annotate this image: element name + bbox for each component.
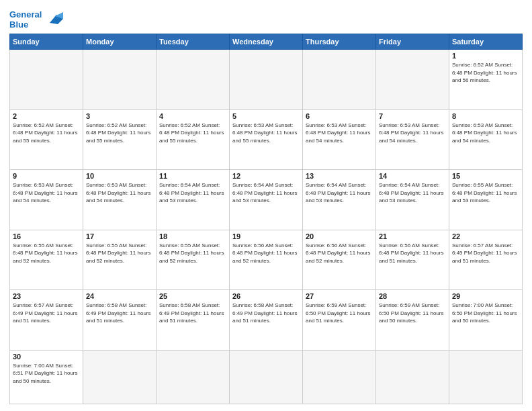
calendar-cell: 25Sunrise: 6:58 AM Sunset: 6:49 PM Dayli… [157,290,230,351]
logo-bird-icon [43,9,66,30]
day-info: Sunrise: 6:59 AM Sunset: 6:50 PM Dayligh… [306,302,373,325]
calendar-cell [10,50,83,110]
calendar-cell: 14Sunrise: 6:54 AM Sunset: 6:48 PM Dayli… [376,170,449,230]
calendar-cell: 2Sunrise: 6:52 AM Sunset: 6:48 PM Daylig… [10,109,83,170]
calendar-cell [230,350,303,404]
day-info: Sunrise: 6:52 AM Sunset: 6:48 PM Dayligh… [452,61,519,85]
calendar-cell: 23Sunrise: 6:57 AM Sunset: 6:49 PM Dayli… [10,290,83,351]
day-number: 16 [13,232,80,240]
day-number: 25 [159,292,226,300]
day-number: 29 [452,292,519,300]
calendar-cell: 19Sunrise: 6:56 AM Sunset: 6:48 PM Dayli… [230,230,303,290]
calendar-table: SundayMondayTuesdayWednesdayThursdayFrid… [9,34,523,404]
calendar-cell: 15Sunrise: 6:55 AM Sunset: 6:48 PM Dayli… [449,170,523,230]
calendar-cell: 7Sunrise: 6:53 AM Sunset: 6:48 PM Daylig… [376,109,449,170]
calendar-cell [83,50,157,110]
weekday-header: Saturday [449,34,523,50]
day-number: 7 [379,112,446,120]
calendar-cell: 11Sunrise: 6:54 AM Sunset: 6:48 PM Dayli… [157,170,230,230]
calendar-cell [83,350,157,404]
calendar-cell: 27Sunrise: 6:59 AM Sunset: 6:50 PM Dayli… [303,290,376,351]
day-number: 9 [13,172,80,180]
day-number: 14 [379,172,446,180]
logo-general: General [9,9,42,19]
calendar-cell: 28Sunrise: 6:59 AM Sunset: 6:50 PM Dayli… [376,290,449,351]
day-info: Sunrise: 6:52 AM Sunset: 6:48 PM Dayligh… [159,122,226,145]
weekday-header: Wednesday [230,34,303,50]
calendar-cell: 9Sunrise: 6:53 AM Sunset: 6:48 PM Daylig… [10,170,83,230]
calendar-cell: 1Sunrise: 6:52 AM Sunset: 6:48 PM Daylig… [449,50,523,110]
weekday-header: Tuesday [157,34,230,50]
calendar-cell: 10Sunrise: 6:53 AM Sunset: 6:48 PM Dayli… [83,170,157,230]
calendar-cell: 21Sunrise: 6:56 AM Sunset: 6:48 PM Dayli… [376,230,449,290]
day-info: Sunrise: 6:54 AM Sunset: 6:48 PM Dayligh… [159,181,226,205]
day-info: Sunrise: 6:58 AM Sunset: 6:49 PM Dayligh… [159,302,226,325]
calendar-cell [303,350,376,404]
day-info: Sunrise: 7:00 AM Sunset: 6:50 PM Dayligh… [452,302,519,325]
calendar-cell: 22Sunrise: 6:57 AM Sunset: 6:49 PM Dayli… [449,230,523,290]
calendar-cell [376,50,449,110]
calendar-cell: 5Sunrise: 6:53 AM Sunset: 6:48 PM Daylig… [230,109,303,170]
calendar-cell: 3Sunrise: 6:52 AM Sunset: 6:48 PM Daylig… [83,109,157,170]
day-number: 2 [13,112,80,120]
day-number: 17 [86,232,153,240]
day-info: Sunrise: 6:53 AM Sunset: 6:48 PM Dayligh… [306,122,373,145]
calendar-cell: 16Sunrise: 6:55 AM Sunset: 6:48 PM Dayli… [10,230,83,290]
day-info: Sunrise: 6:54 AM Sunset: 6:48 PM Dayligh… [232,181,300,205]
day-info: Sunrise: 6:55 AM Sunset: 6:48 PM Dayligh… [159,242,226,265]
day-number: 18 [159,232,226,240]
day-number: 23 [13,292,80,300]
day-info: Sunrise: 6:54 AM Sunset: 6:48 PM Dayligh… [379,181,446,205]
calendar-cell: 6Sunrise: 6:53 AM Sunset: 6:48 PM Daylig… [303,109,376,170]
logo-blue: Blue [9,19,28,30]
calendar-cell: 13Sunrise: 6:54 AM Sunset: 6:48 PM Dayli… [303,170,376,230]
day-info: Sunrise: 6:58 AM Sunset: 6:49 PM Dayligh… [232,302,300,325]
day-number: 6 [306,112,373,120]
day-number: 11 [159,172,226,180]
day-number: 13 [306,172,373,180]
calendar-cell: 24Sunrise: 6:58 AM Sunset: 6:49 PM Dayli… [83,290,157,351]
calendar-cell: 17Sunrise: 6:55 AM Sunset: 6:48 PM Dayli… [83,230,157,290]
day-number: 22 [452,232,519,240]
day-info: Sunrise: 6:55 AM Sunset: 6:48 PM Dayligh… [86,242,153,265]
day-number: 19 [232,232,300,240]
day-info: Sunrise: 6:53 AM Sunset: 6:48 PM Dayligh… [86,181,153,205]
day-info: Sunrise: 6:57 AM Sunset: 6:49 PM Dayligh… [452,242,519,265]
day-number: 5 [232,112,300,120]
weekday-header: Monday [83,34,157,50]
day-info: Sunrise: 6:52 AM Sunset: 6:48 PM Dayligh… [13,122,80,145]
logo-text: GeneralBlue [9,9,42,30]
day-info: Sunrise: 6:54 AM Sunset: 6:48 PM Dayligh… [306,181,373,205]
day-info: Sunrise: 6:57 AM Sunset: 6:49 PM Dayligh… [13,302,80,325]
day-number: 4 [159,112,226,120]
day-info: Sunrise: 6:58 AM Sunset: 6:49 PM Dayligh… [86,302,153,325]
logo: GeneralBlue [9,7,66,30]
day-number: 12 [232,172,300,180]
weekday-header: Sunday [10,34,83,50]
day-number: 26 [232,292,300,300]
day-info: Sunrise: 6:52 AM Sunset: 6:48 PM Dayligh… [86,122,153,145]
day-number: 21 [379,232,446,240]
day-number: 10 [86,172,153,180]
day-number: 1 [452,52,519,60]
calendar-cell: 4Sunrise: 6:52 AM Sunset: 6:48 PM Daylig… [157,109,230,170]
day-number: 15 [452,172,519,180]
day-info: Sunrise: 6:55 AM Sunset: 6:48 PM Dayligh… [452,181,519,205]
calendar-cell: 29Sunrise: 7:00 AM Sunset: 6:50 PM Dayli… [449,290,523,351]
calendar-cell [376,350,449,404]
day-number: 30 [13,353,80,361]
calendar-cell: 12Sunrise: 6:54 AM Sunset: 6:48 PM Dayli… [230,170,303,230]
calendar-cell [303,50,376,110]
day-info: Sunrise: 6:53 AM Sunset: 6:48 PM Dayligh… [232,122,300,145]
calendar-cell: 8Sunrise: 6:53 AM Sunset: 6:48 PM Daylig… [449,109,523,170]
calendar-cell: 30Sunrise: 7:00 AM Sunset: 6:51 PM Dayli… [10,350,83,404]
day-info: Sunrise: 6:56 AM Sunset: 6:48 PM Dayligh… [232,242,300,265]
day-number: 28 [379,292,446,300]
weekday-header: Thursday [303,34,376,50]
weekday-header: Friday [376,34,449,50]
day-number: 24 [86,292,153,300]
day-info: Sunrise: 6:56 AM Sunset: 6:48 PM Dayligh… [306,242,373,265]
day-info: Sunrise: 6:59 AM Sunset: 6:50 PM Dayligh… [379,302,446,325]
calendar-cell: 18Sunrise: 6:55 AM Sunset: 6:48 PM Dayli… [157,230,230,290]
calendar-cell [157,50,230,110]
